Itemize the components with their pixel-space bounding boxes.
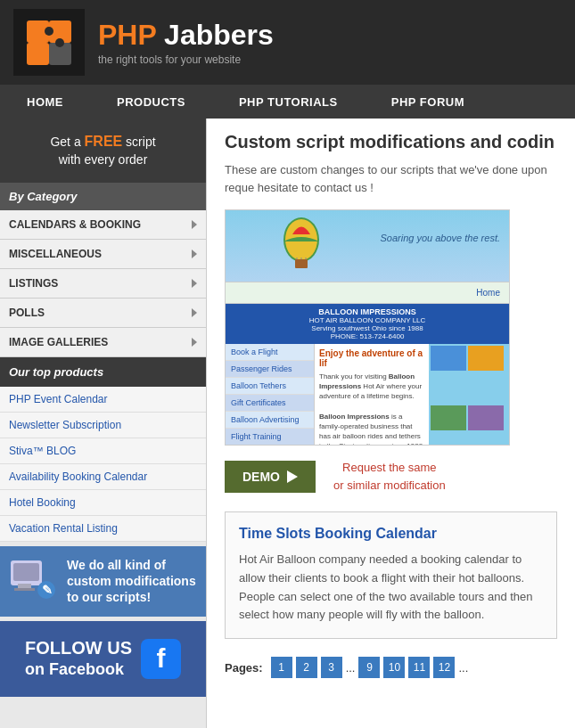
mock-company-phone: PHONE: 513-724-6400	[229, 332, 505, 340]
nav-forum[interactable]: PHP FORUM	[365, 85, 491, 119]
request-line2: or similar modification	[333, 477, 446, 495]
logo-text: PHP Jabbers the right tools for your web…	[98, 19, 274, 66]
main-content: Custom script modifications and codin Th…	[207, 119, 575, 728]
mock-home-link: Home	[476, 288, 500, 298]
request-line1: Request the same	[333, 459, 446, 477]
pagination: Pages: 1 2 3 ... 9 10 11 12 ...	[225, 657, 557, 678]
mock-company-header: BALLOON IMPRESSIONS HOT AIR BALLOON COMP…	[226, 304, 509, 344]
mock-menu-5: Balloon Advertising	[226, 412, 314, 429]
mock-photo-1	[431, 346, 466, 371]
follow-us-line1: FOLLOW US	[25, 636, 132, 659]
pagination-label: Pages:	[225, 661, 263, 675]
page-btn-1[interactable]: 1	[271, 657, 292, 678]
mock-website: Soaring you above the rest. Home BALLOON…	[226, 210, 509, 445]
free-script-subtitle: with every order	[59, 152, 148, 167]
mock-nav-bar: Home	[226, 282, 509, 304]
sidebar-polls-label: POLLS	[9, 307, 45, 319]
sidebar-galleries-label: IMAGE GALLERIES	[9, 336, 108, 348]
article-title: Time Slots Booking Calendar	[239, 526, 543, 542]
mock-article-text: Thank you for visiting Balloon Impressio…	[319, 372, 424, 445]
sidebar-sub-php-event-calendar[interactable]: PHP Event Calendar	[0, 387, 206, 413]
sidebar-sub-stiva-blog[interactable]: Stiva™ BLOG	[0, 438, 206, 464]
follow-us-banner[interactable]: FOLLOW US on Facebook f	[0, 621, 206, 697]
our-top-products-label: Our top products	[0, 357, 206, 387]
mock-menu-4: Gift Certificates	[226, 395, 314, 412]
mock-right-photos	[429, 344, 509, 445]
mock-company-name: BALLOON IMPRESSIONS	[229, 307, 505, 316]
mock-slogan: Soaring you above the rest.	[380, 233, 500, 243]
custom-mods-icon: ✎	[9, 559, 58, 603]
custom-mods-text: We do all kind of custom modifications t…	[67, 557, 197, 606]
mock-photo-2	[468, 346, 504, 371]
mock-menu-2: Passenger Rides	[226, 361, 314, 378]
mock-right-title: Enjoy the adventure of a lif	[319, 348, 424, 368]
page-btn-3[interactable]: 3	[321, 657, 342, 678]
sidebar-calendars-label: CALENDARS & BOOKING	[9, 218, 141, 231]
free-script-banner[interactable]: Get a FREE script with every order	[0, 119, 206, 183]
page-btn-9[interactable]: 9	[358, 657, 380, 678]
logo-php: PHP	[98, 19, 156, 51]
page-title: Custom script modifications and codin	[225, 132, 557, 152]
logo-box	[13, 9, 85, 76]
sidebar-item-listings[interactable]: LISTINGS	[0, 269, 206, 299]
nav-tutorials[interactable]: PHP TUTORIALS	[212, 85, 365, 119]
svg-rect-2	[27, 43, 49, 65]
mock-menu-1: Book a Flight	[226, 344, 314, 361]
sidebar-sub-vacation-rental[interactable]: Vacation Rental Listing	[0, 516, 206, 542]
screenshot-area: Soaring you above the rest. Home BALLOON…	[225, 209, 510, 446]
svg-rect-7	[13, 563, 39, 581]
page-btn-10[interactable]: 10	[383, 657, 405, 678]
sidebar-sub-hotel-booking[interactable]: Hotel Booking	[0, 490, 206, 516]
page-btn-12[interactable]: 12	[433, 657, 455, 678]
main-nav: HOME PRODUCTS PHP TUTORIALS PHP FORUM	[0, 85, 575, 119]
page-ellipsis-after: ...	[458, 661, 468, 675]
demo-area: DEMO Request the same or similar modific…	[225, 459, 557, 494]
svg-point-5	[55, 38, 64, 47]
custom-mods-banner[interactable]: ✎ We do all kind of custom modifications…	[0, 546, 206, 617]
demo-button-label: DEMO	[242, 470, 280, 484]
balloon-svg-icon	[279, 215, 324, 273]
article-box: Time Slots Booking Calendar Hot Air Ball…	[225, 511, 557, 639]
facebook-icon: f	[141, 639, 181, 679]
svg-rect-14	[295, 259, 308, 268]
page-btn-11[interactable]: 11	[408, 657, 430, 678]
sidebar-item-calendars[interactable]: CALENDARS & BOOKING	[0, 210, 206, 240]
sidebar-listings-label: LISTINGS	[9, 277, 58, 290]
svg-rect-8	[18, 584, 31, 588]
arrow-right-icon	[192, 220, 197, 229]
sidebar-item-polls[interactable]: POLLS	[0, 299, 206, 328]
mock-photo-4	[468, 405, 504, 430]
play-icon	[287, 470, 298, 483]
sidebar-misc-label: MISCELLANEOUS	[9, 248, 102, 260]
arrow-right-icon	[192, 279, 197, 288]
svg-text:✎: ✎	[42, 583, 53, 597]
sidebar-sub-newsletter[interactable]: Newsletter Subscription	[0, 413, 206, 438]
follow-us-line2: on Facebook	[25, 659, 132, 680]
content-wrapper: Get a FREE script with every order By Ca…	[0, 119, 575, 728]
mock-menu-6: Flight Training	[226, 429, 314, 445]
arrow-right-icon	[192, 338, 197, 347]
sidebar: Get a FREE script with every order By Ca…	[0, 119, 207, 728]
logo-jabbers: Jabbers	[156, 19, 274, 51]
mock-company-address: Serving southwest Ohio since 1988	[229, 324, 505, 332]
sidebar-item-image-galleries[interactable]: IMAGE GALLERIES	[0, 328, 206, 357]
logo-tagline: the right tools for your website	[98, 53, 274, 66]
arrow-right-icon	[192, 308, 197, 317]
follow-us-text: FOLLOW US on Facebook	[25, 636, 132, 680]
page-ellipsis: ...	[346, 661, 356, 675]
mock-company-sub: HOT AIR BALLOON COMPANY LLC	[229, 316, 505, 324]
demo-button[interactable]: DEMO	[225, 461, 316, 493]
logo-puzzle-icon	[22, 16, 76, 70]
header: PHP Jabbers the right tools for your web…	[0, 0, 575, 85]
page-description: These are custom changes to our scripts …	[225, 161, 557, 196]
request-link[interactable]: Request the same or similar modification	[333, 459, 446, 494]
svg-point-4	[45, 27, 53, 36]
mock-inner-main: Enjoy the adventure of a lif Thank you f…	[315, 344, 429, 445]
svg-rect-9	[14, 588, 35, 591]
article-text: Hot Air Balloon company needed a booking…	[239, 551, 543, 625]
sidebar-sub-availability-booking[interactable]: Availability Booking Calendar	[0, 464, 206, 490]
page-btn-2[interactable]: 2	[296, 657, 317, 678]
nav-products[interactable]: PRODUCTS	[90, 85, 212, 119]
sidebar-item-miscellaneous[interactable]: MISCELLANEOUS	[0, 240, 206, 269]
nav-home[interactable]: HOME	[0, 85, 90, 119]
